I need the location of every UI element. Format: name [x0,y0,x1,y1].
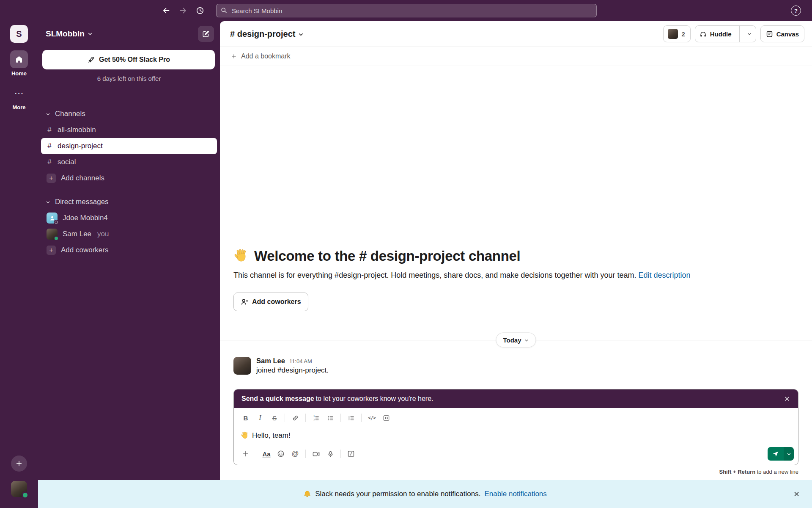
code-block-button[interactable] [379,411,393,424]
canvas-button[interactable]: Canvas [760,25,804,42]
create-new-button[interactable] [11,456,27,472]
home-label: Home [11,70,27,77]
send-plane-icon [772,450,779,457]
hint-keys: Shift + Return [719,469,756,475]
blockquote-button[interactable] [344,411,358,424]
message-text: joined #design-project. [256,366,329,375]
huddle-button: Huddle [695,25,756,42]
link-button[interactable] [288,411,302,424]
huddle-options-chevron[interactable] [743,26,756,42]
shortcuts-button[interactable] [344,447,358,460]
sidebar-item-dm-jdoe[interactable]: Jdoe Mobbin4 [41,210,217,226]
add-channels-button[interactable]: + Add channels [41,170,217,186]
add-bookmark-button[interactable]: Add a bookmark [220,47,812,66]
dms-section-header[interactable]: Direct messages [38,194,220,210]
rail-item-home[interactable]: Home [10,50,28,77]
close-icon[interactable] [793,491,800,498]
channels-section: Channels # all-slmobbin # design-project… [38,106,220,186]
compose-icon[interactable] [198,26,214,42]
hash-icon: # [47,126,52,134]
close-icon[interactable] [784,395,790,402]
attach-plus-button[interactable] [239,447,252,460]
plus-icon: + [47,174,56,183]
send-button[interactable] [768,447,784,461]
date-label: Today [503,337,521,344]
chevron-down-icon [298,32,304,37]
home-icon[interactable] [10,50,28,68]
notification-permission-banner: Slack needs your permission to enable no… [38,480,812,508]
message-input-text: Hello, team! [252,431,291,440]
hint-text: to add a new line [755,469,798,475]
sidebar-item-channel-all-slmobbin[interactable]: # all-slmobbin [41,122,217,138]
member-avatar [668,29,678,39]
message-composer: Send a quick message to let your coworke… [233,389,798,465]
members-button[interactable]: 2 [663,25,690,42]
rail-item-more[interactable]: ⋯ More [10,84,28,110]
divider [305,414,306,422]
huddle-label: Huddle [710,30,732,38]
audio-clip-button[interactable] [324,447,337,460]
emoji-button[interactable] [274,447,288,460]
search-bar [216,4,597,17]
user-avatar[interactable] [11,481,27,497]
workspace-switcher[interactable]: S [10,25,28,43]
message-input[interactable]: Hello, team! [234,424,798,445]
send-button-group [768,447,794,461]
channel-name: all-slmobbin [58,126,96,134]
promo-label: Get 50% Off Slack Pro [99,56,170,64]
more-icon[interactable]: ⋯ [10,84,28,102]
sidebar-item-dm-sam-lee[interactable]: Sam Lee you [41,226,217,242]
bold-button[interactable]: B [239,411,252,424]
add-coworkers-sidebar-button[interactable]: + Add coworkers [41,242,217,258]
composer-banner: Send a quick message to let your coworke… [234,389,798,408]
huddle-start-button[interactable]: Huddle [695,26,736,42]
dms-header-label: Direct messages [55,198,109,206]
sidebar-item-channel-social[interactable]: # social [41,154,217,170]
mention-button[interactable]: @ [288,447,302,460]
welcome-title-text: Welcome to the # design-project channel [254,248,520,264]
forward-arrow-icon[interactable] [179,6,187,15]
workspace-name-button[interactable]: SLMobbin [46,29,93,39]
message-author[interactable]: Sam Lee [256,357,285,365]
message-row[interactable]: Sam Lee 11:04 AM joined #design-project. [233,357,798,375]
ellipsis-glyph: ⋯ [14,88,24,98]
description-text: This channel is for everything #design-p… [233,271,636,279]
waving-hand-icon [241,431,249,440]
strikethrough-button[interactable]: S [268,411,281,424]
slack-app: ? S Home ⋯ More [0,0,812,508]
rocket-icon [87,56,95,64]
channels-header-label: Channels [55,110,85,118]
channel-title: # design-project [230,29,295,39]
date-pill-button[interactable]: Today [496,333,536,348]
history-clock-icon[interactable] [196,6,204,15]
send-options-chevron[interactable] [784,447,794,461]
offline-status-icon [54,220,59,225]
help-icon[interactable]: ? [791,6,801,16]
edit-description-link[interactable]: Edit description [639,271,691,279]
bulleted-list-button[interactable] [324,411,337,424]
back-arrow-icon[interactable] [162,6,170,15]
sidebar: SLMobbin Get 50% Off Slack Pro 6 d [38,21,220,480]
formatting-toggle-button[interactable]: Aa [260,447,273,460]
channels-section-header[interactable]: Channels [38,106,220,122]
divider [256,450,256,458]
chevron-down-icon [787,452,791,456]
date-divider: Today [220,332,812,348]
channel-title-button[interactable]: # design-project [230,29,304,39]
workspace-name: SLMobbin [46,29,85,39]
slack-pro-promo-button[interactable]: Get 50% Off Slack Pro [42,50,215,69]
search-input[interactable] [216,4,597,17]
chevron-down-icon [46,112,50,116]
code-button[interactable]: </> [365,411,379,424]
italic-button[interactable]: I [253,411,267,424]
sidebar-item-channel-design-project[interactable]: # design-project [41,138,217,154]
ordered-list-button[interactable]: 12 [309,411,323,424]
enable-notifications-link[interactable]: Enable notifications [484,490,546,498]
video-clip-button[interactable] [309,447,323,460]
avatar[interactable] [233,357,251,375]
more-label: More [12,104,25,110]
welcome-heading: Welcome to the # design-project channel [233,248,798,264]
dms-section: Direct messages Jdoe Mobbin4 [38,194,220,258]
formatting-toolbar: B I S 12 [234,408,798,424]
add-coworkers-button[interactable]: Add coworkers [233,293,308,311]
